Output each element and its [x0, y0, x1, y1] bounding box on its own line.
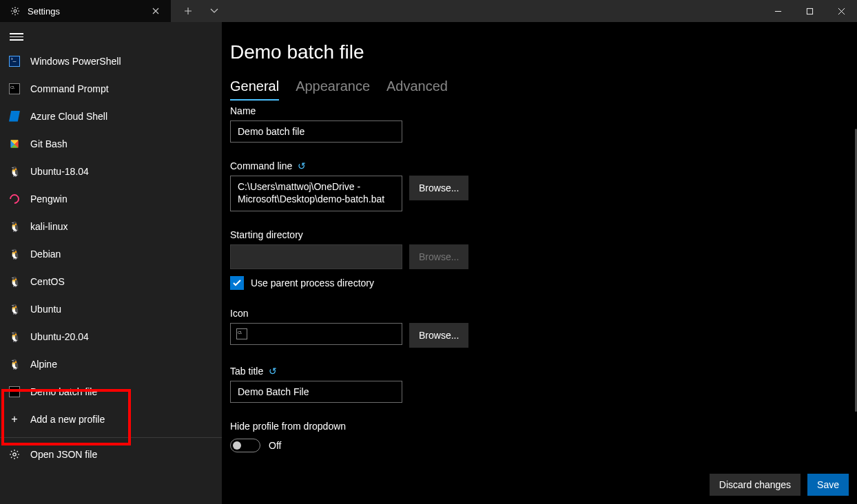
sidebar-item-label: Command Prompt: [30, 83, 109, 94]
new-tab-button[interactable]: [176, 0, 200, 22]
discard-button[interactable]: Discard changes: [710, 474, 801, 496]
sidebar-item-label: Debian: [30, 249, 61, 260]
tab-strip: General Appearance Advanced: [230, 76, 849, 100]
tab-settings[interactable]: Settings: [0, 0, 171, 22]
plus-icon: +: [8, 413, 21, 426]
hamburger-menu-button[interactable]: [0, 22, 222, 46]
tab-advanced[interactable]: Advanced: [386, 76, 448, 100]
scrollbar[interactable]: [854, 129, 857, 450]
sidebar: Windows PowerShell Command Prompt Azure …: [0, 22, 222, 504]
sidebar-item-ubuntu1804[interactable]: 🐧 Ubuntu-18.04: [0, 158, 222, 185]
footer-actions: Discard changes Save: [710, 474, 849, 496]
sidebar-item-label: Ubuntu: [30, 304, 61, 315]
sidebar-item-gitbash[interactable]: Git Bash: [0, 130, 222, 158]
sidebar-item-label: Ubuntu-18.04: [30, 166, 89, 177]
tab-general[interactable]: General: [230, 76, 279, 100]
cmdline-input[interactable]: [230, 176, 402, 211]
titlebar-actions: [171, 0, 226, 22]
tux-icon: 🐧: [8, 248, 21, 260]
minimize-button[interactable]: [762, 0, 794, 22]
cmd-icon: [8, 83, 21, 95]
tux-icon: 🐧: [8, 358, 21, 370]
tux-icon: 🐧: [8, 275, 21, 288]
tab-close-button[interactable]: [146, 1, 165, 21]
tab-title-text: Settings: [28, 6, 139, 17]
browse-startdir-button[interactable]: Browse...: [409, 244, 468, 269]
hide-profile-toggle[interactable]: [230, 439, 260, 452]
cmdline-label: Command line: [230, 160, 292, 171]
reset-cmdline-icon[interactable]: ↺: [298, 160, 306, 171]
sidebar-item-powershell[interactable]: Windows PowerShell: [0, 48, 222, 75]
icon-label: Icon: [230, 308, 845, 319]
tab-appearance[interactable]: Appearance: [296, 76, 370, 100]
pengwin-icon: [8, 193, 21, 205]
browse-icon-button[interactable]: Browse...: [409, 323, 468, 348]
sidebar-item-label: Open JSON file: [30, 449, 97, 460]
tab-dropdown-button[interactable]: [203, 0, 226, 22]
svg-point-0: [14, 10, 17, 12]
sidebar-item-azure[interactable]: Azure Cloud Shell: [0, 103, 222, 130]
parent-dir-checkbox-label: Use parent process directory: [251, 277, 374, 288]
sidebar-item-label: Demo batch file: [30, 386, 97, 397]
sidebar-item-label: kali-linux: [30, 221, 68, 232]
sidebar-item-label: Pengwin: [30, 193, 68, 204]
icon-input[interactable]: [230, 323, 402, 345]
sidebar-item-label: CentOS: [30, 276, 65, 287]
azure-icon: [8, 110, 21, 123]
sidebar-divider: [0, 437, 222, 438]
save-button[interactable]: Save: [807, 474, 849, 496]
tux-icon: 🐧: [8, 330, 21, 343]
tabtitle-label: Tab title: [230, 366, 263, 377]
hamburger-icon: [10, 33, 23, 41]
svg-point-2: [13, 452, 16, 455]
sidebar-item-open-json[interactable]: Open JSON file: [0, 441, 222, 468]
reset-tabtitle-icon[interactable]: ↺: [269, 366, 277, 377]
sidebar-item-demo-batch[interactable]: Demo batch file: [0, 378, 222, 406]
name-label: Name: [230, 105, 845, 116]
sidebar-item-label: Git Bash: [30, 138, 68, 149]
name-input[interactable]: [230, 120, 402, 143]
close-window-button[interactable]: [825, 0, 857, 22]
sidebar-item-kali[interactable]: 🐧 kali-linux: [0, 213, 222, 240]
content-area: Demo batch file General Appearance Advan…: [222, 22, 857, 504]
titlebar: Settings: [0, 0, 857, 22]
window-controls: [762, 0, 857, 22]
sidebar-item-alpine[interactable]: 🐧 Alpine: [0, 350, 222, 378]
hide-profile-label: Hide profile from dropdown: [230, 421, 845, 432]
tux-icon: 🐧: [8, 165, 21, 178]
maximize-button[interactable]: [794, 0, 825, 22]
sidebar-item-label: Alpine: [30, 359, 57, 370]
sidebar-item-label: Windows PowerShell: [30, 56, 121, 67]
sidebar-item-ubuntu2004[interactable]: 🐧 Ubuntu-20.04: [0, 323, 222, 350]
browse-cmdline-button[interactable]: Browse...: [409, 176, 468, 200]
git-icon: [8, 138, 21, 150]
sidebar-item-cmd[interactable]: Command Prompt: [0, 75, 222, 103]
cmd-icon: [236, 328, 247, 339]
gear-icon: [8, 448, 21, 461]
powershell-icon: [8, 55, 21, 67]
startdir-label: Starting directory: [230, 229, 845, 240]
sidebar-item-debian[interactable]: 🐧 Debian: [0, 240, 222, 268]
sidebar-item-label: Ubuntu-20.04: [30, 331, 89, 342]
tux-icon: 🐧: [8, 303, 21, 315]
parent-dir-checkbox[interactable]: [230, 276, 244, 290]
svg-rect-1: [807, 8, 812, 14]
tabtitle-input[interactable]: [230, 381, 402, 403]
sidebar-item-centos[interactable]: 🐧 CentOS: [0, 268, 222, 295]
sidebar-item-add-profile[interactable]: + Add a new profile: [0, 406, 222, 433]
startdir-input[interactable]: [230, 244, 402, 269]
settings-form: Name Command line ↺ Browse... Starting d…: [230, 105, 849, 458]
sidebar-item-label: Azure Cloud Shell: [30, 111, 107, 122]
toggle-state-text: Off: [269, 440, 281, 451]
page-title: Demo batch file: [230, 41, 849, 63]
settings-gear-icon: [10, 6, 21, 17]
cmd-icon: [8, 386, 21, 398]
sidebar-item-label: Add a new profile: [30, 414, 105, 425]
tux-icon: 🐧: [8, 220, 21, 233]
sidebar-item-pengwin[interactable]: Pengwin: [0, 185, 222, 213]
sidebar-item-ubuntu[interactable]: 🐧 Ubuntu: [0, 295, 222, 323]
